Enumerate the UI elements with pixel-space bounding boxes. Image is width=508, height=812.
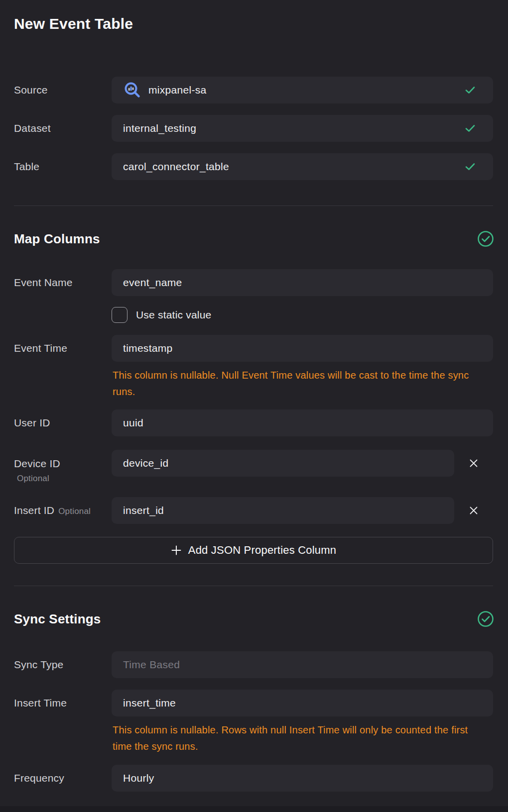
bigquery-icon [124,81,141,100]
frequency-label: Frequency [14,772,112,784]
frequency-row: Frequency Hourly [14,765,493,792]
section-complete-check-icon [477,610,494,627]
event-name-value: event_name [123,277,182,289]
remove-device-id-button[interactable] [465,455,482,472]
add-json-properties-label: Add JSON Properties Column [188,544,336,557]
device-id-label-text: Device ID [14,458,60,469]
user-id-row: User ID uuid [14,409,493,436]
table-value: carol_connector_table [123,161,229,173]
user-id-field[interactable]: uuid [112,409,493,436]
source-row: Source mixpanel-sa [14,77,493,103]
new-event-table-panel: New Event Table Source mixpanel- [0,0,508,812]
dataset-value: internal_testing [123,122,196,134]
dataset-label: Dataset [14,122,112,134]
plus-icon [171,545,182,556]
table-row: Table carol_connector_table [14,153,493,180]
sync-type-label: Sync Type [14,659,112,671]
table-label: Table [14,161,112,173]
event-time-field[interactable]: timestamp [112,335,493,362]
event-name-label: Event Name [14,277,112,289]
insert-id-value: insert_id [123,505,164,516]
valid-check-icon [465,163,475,171]
user-id-label: User ID [14,417,112,429]
user-id-value: uuid [123,417,143,429]
source-label: Source [14,84,112,96]
frequency-field[interactable]: Hourly [112,765,493,792]
footer-strip [0,806,508,812]
warning-line: runs. [113,384,493,400]
sync-settings-heading: Sync Settings [14,610,493,627]
device-id-label: Device ID Optional [14,450,112,484]
use-static-checkbox[interactable] [112,307,127,323]
device-id-value: device_id [123,457,168,469]
warning-line: This column is nullable. Rows with null … [113,722,493,738]
event-time-label: Event Time [14,342,112,354]
event-time-value: timestamp [123,342,173,354]
source-field[interactable]: mixpanel-sa [112,77,493,103]
insert-time-warning: This column is nullable. Rows with null … [112,722,493,755]
section-complete-check-icon [477,230,494,247]
device-id-optional-tag: Optional [17,474,112,484]
dataset-row: Dataset internal_testing [14,115,493,142]
table-field[interactable]: carol_connector_table [112,153,493,180]
valid-check-icon [465,124,475,132]
sync-type-row: Sync Type Time Based [14,651,493,678]
sync-settings-title: Sync Settings [14,611,101,626]
use-static-row: Use static value [14,307,493,323]
insert-id-optional-tag: Optional [58,507,91,516]
event-time-warning: This column is nullable. Null Event Time… [112,367,493,400]
valid-check-icon [465,86,475,94]
sync-type-value: Time Based [123,659,180,671]
source-value: mixpanel-sa [148,84,207,96]
insert-time-field[interactable]: insert_time [112,690,493,716]
frequency-value: Hourly [123,772,154,784]
warning-line: time the sync runs. [113,738,493,755]
insert-time-label: Insert Time [14,697,112,709]
page-title: New Event Table [14,0,493,32]
use-static-label: Use static value [136,309,211,321]
warning-line: This column is nullable. Null Event Time… [113,367,493,384]
remove-insert-id-button[interactable] [465,502,482,519]
event-name-row: Event Name event_name [14,269,493,296]
insert-id-row: Insert ID Optional insert_id [14,497,493,524]
device-id-row: Device ID Optional device_id [14,450,493,484]
map-columns-heading: Map Columns [14,230,493,247]
map-columns-title: Map Columns [14,231,100,246]
device-id-field[interactable]: device_id [112,450,454,477]
device-id-remove-slot [454,450,493,477]
insert-id-field[interactable]: insert_id [112,497,454,524]
dataset-field[interactable]: internal_testing [112,115,493,142]
add-json-properties-button[interactable]: Add JSON Properties Column [14,537,493,564]
insert-time-row: Insert Time insert_time [14,690,493,716]
section-divider [14,586,493,586]
insert-id-remove-slot [454,502,493,519]
event-time-row: Event Time timestamp [14,335,493,362]
insert-id-label: Insert ID Optional [14,505,112,516]
insert-id-label-text: Insert ID [14,505,54,516]
sync-type-field: Time Based [112,651,493,678]
event-name-field[interactable]: event_name [112,269,493,296]
insert-time-value: insert_time [123,697,176,709]
section-divider [14,205,493,206]
